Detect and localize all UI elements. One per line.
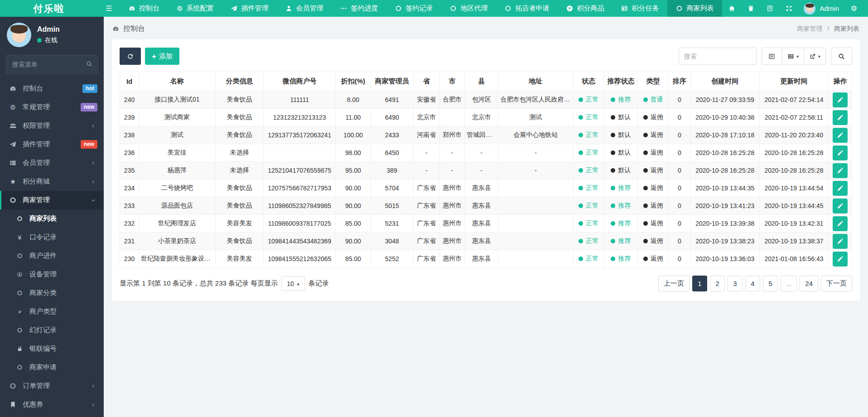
page-3-button[interactable]: 3	[728, 276, 743, 291]
table-search-input[interactable]	[679, 48, 757, 65]
topnav-item-store-expander-application[interactable]: 拓店者申请	[496, 0, 558, 17]
page-24-button[interactable]: 24	[800, 276, 818, 291]
circle-icon	[15, 364, 24, 370]
topnav-item-merchant-list[interactable]: 商家列表	[667, 0, 722, 17]
sidebar-item-member-management[interactable]: 会员管理	[0, 154, 104, 172]
edit-button[interactable]	[833, 128, 848, 143]
column-header[interactable]: 创建时间	[690, 72, 759, 91]
column-header[interactable]: Id	[120, 72, 139, 91]
sidebar-subitem-merchant-applications[interactable]: 商家申请	[0, 358, 104, 377]
sidebar-item-points-mall[interactable]: ★ 积分商城	[0, 172, 104, 191]
column-header[interactable]: 市	[439, 72, 464, 91]
page-4-button[interactable]: 4	[745, 276, 760, 291]
settings-menu-button[interactable]: ⚙	[844, 0, 863, 17]
column-header[interactable]: 省	[413, 72, 439, 91]
sidebar-subitem-unionpay-numbers[interactable]: 银联编号	[0, 339, 104, 358]
sidebar-subitem-merchant-categories[interactable]: 商家分类	[0, 284, 104, 302]
column-header[interactable]: 地址	[498, 72, 573, 91]
export-button[interactable]: ▾	[804, 48, 826, 65]
topnav-item-signing-records[interactable]: 签约记录	[386, 0, 441, 17]
main-content: 控制台 商家管理 / 商家列表 + 添加	[104, 0, 868, 417]
column-header[interactable]: 商家管理员	[371, 72, 413, 91]
sidebar-item-order-management[interactable]: 订单管理	[0, 377, 104, 395]
topnav-item-points-tasks[interactable]: 积分任务	[612, 0, 667, 17]
sidebar-item-dashboard[interactable]: 控制台 hot	[0, 79, 104, 98]
navbar-fullscreen-button[interactable]	[779, 0, 798, 17]
cell-created-time: 2020-10-19 13:36:03	[690, 250, 759, 268]
topnav-item-member-management[interactable]: 会员管理	[277, 0, 332, 17]
edit-button[interactable]	[833, 252, 848, 267]
page-5-button[interactable]: 5	[763, 276, 778, 291]
cell-status: 正常	[573, 91, 604, 109]
column-header[interactable]: 分类信息	[215, 72, 264, 91]
page-size-select[interactable]: 10 ▴	[281, 276, 305, 291]
column-header[interactable]: 类型	[638, 72, 669, 91]
add-button[interactable]: + 添加	[145, 48, 179, 65]
edit-button[interactable]	[833, 92, 848, 107]
sidebar-subitem-password-records[interactable]: ¥ 口令记录	[0, 228, 104, 247]
sidebar-search-input[interactable]	[6, 55, 97, 73]
circle-icon	[9, 383, 17, 389]
topnav-item-plugin-management[interactable]: 插件管理	[222, 0, 277, 17]
detail-view-button[interactable]	[762, 48, 782, 65]
page-ellipsis[interactable]: ...	[781, 276, 797, 291]
sidebar-item-permission-management[interactable]: 权限管理	[0, 116, 104, 135]
pencil-icon	[837, 203, 844, 209]
breadcrumb-merchant-management[interactable]: 商家管理	[797, 25, 822, 32]
page-prev-button[interactable]: 上一页	[658, 276, 690, 291]
pencil-icon	[837, 132, 844, 139]
column-header[interactable]: 推荐状态	[604, 72, 637, 91]
sidebar-item-coupons[interactable]: 优惠券	[0, 395, 104, 414]
navbar-home-button[interactable]	[722, 0, 741, 17]
cell-updated-time: 2020-11-20 20:23:40	[759, 126, 828, 144]
topnav-item-points-products[interactable]: P 积分商品	[558, 0, 612, 17]
type-badge: 返佣	[643, 113, 663, 121]
column-header[interactable]: 微信商户号	[264, 72, 336, 91]
sidebar-subitem-merchant-onboarding[interactable]: 商户进件	[0, 247, 104, 265]
column-header[interactable]: 状态	[573, 72, 604, 91]
table-view-buttons: ▾ ▾	[762, 48, 826, 65]
topnav-item-dashboard[interactable]: 控制台	[120, 0, 168, 17]
edit-button[interactable]	[833, 163, 848, 178]
topnav-item-regional-agent[interactable]: 地区代理	[441, 0, 496, 17]
sidebar-subitem-slide-records[interactable]: 幻灯记录	[0, 321, 104, 339]
refresh-button[interactable]	[120, 48, 141, 65]
edit-button[interactable]	[833, 199, 848, 213]
column-header[interactable]: 更新时间	[759, 72, 828, 91]
column-header[interactable]: 排序	[669, 72, 691, 91]
edit-button[interactable]	[833, 110, 848, 125]
lock-icon	[15, 346, 24, 352]
sidebar-item-plugin-management[interactable]: 插件管理 new	[0, 135, 104, 154]
search-button[interactable]	[831, 48, 852, 65]
status-dot-icon	[579, 133, 583, 137]
edit-button[interactable]	[833, 216, 848, 231]
page-1-button[interactable]: 1	[692, 276, 707, 291]
sidebar-subitem-device-management[interactable]: 设备管理	[0, 265, 104, 284]
status-badge: 正常	[579, 149, 598, 157]
page-2-button[interactable]: 2	[710, 276, 725, 291]
sidebar-item-general-management[interactable]: ⚙ 常规管理 new	[0, 98, 104, 116]
sidebar-subitem-merchant-types[interactable]: V 商户类型	[0, 302, 104, 321]
cell-city: 惠州市	[439, 233, 464, 250]
edit-button[interactable]	[833, 145, 848, 160]
navbar-book-button[interactable]	[760, 0, 779, 17]
sidebar-toggle-button[interactable]: ☰	[98, 0, 120, 17]
navbar-trash-button[interactable]	[741, 0, 760, 17]
edit-button[interactable]	[833, 234, 848, 249]
topnav-item-signing-progress[interactable]: 签约进度	[332, 0, 386, 17]
user-menu[interactable]: Admin	[798, 3, 844, 15]
column-header[interactable]: 县	[465, 72, 498, 91]
column-header[interactable]: 名称	[139, 72, 215, 91]
sidebar-item-merchant-management[interactable]: 商家管理	[0, 191, 104, 209]
column-header[interactable]: 操作	[829, 72, 852, 91]
columns-button[interactable]: ▾	[782, 48, 804, 65]
page-next-button[interactable]: 下一页	[821, 276, 852, 291]
edit-button[interactable]	[833, 181, 848, 196]
column-header[interactable]: 折扣(%)	[336, 72, 371, 91]
sidebar-subitem-merchant-list[interactable]: 商家列表	[0, 209, 104, 228]
topnav-item-system-config[interactable]: ⚙ 系统配置	[168, 0, 222, 17]
cell-updated-time: 2021-02-07 22:58:11	[759, 109, 828, 126]
circle-icon	[15, 290, 24, 296]
status-badge: 正常	[579, 255, 598, 263]
app-logo[interactable]: 付乐啦	[0, 0, 98, 17]
